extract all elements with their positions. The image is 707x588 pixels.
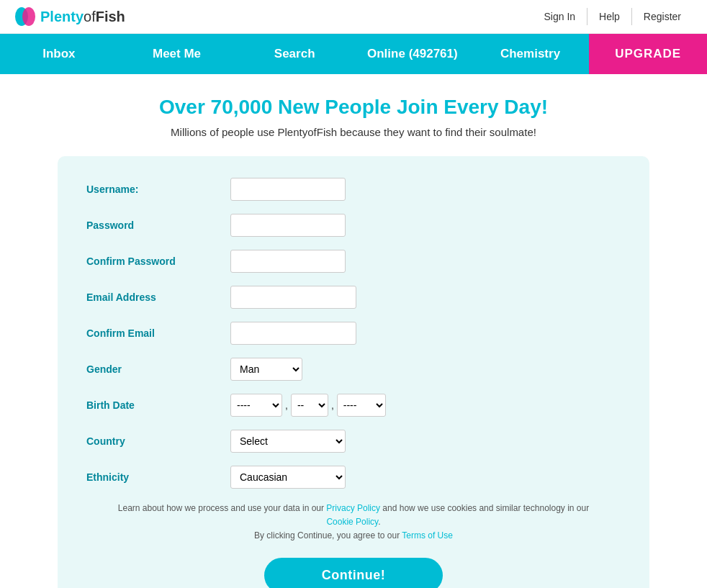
username-input[interactable]	[230, 178, 346, 201]
email-row: Email Address	[86, 286, 621, 309]
hero-subtext: Millions of people use PlentyofFish beca…	[14, 126, 693, 138]
privacy-policy-link[interactable]: Privacy Policy	[326, 503, 380, 513]
birth-date-row: Birth Date ---- JanFebMarApr MayJunJulAu…	[86, 394, 621, 417]
privacy-text-3: .	[378, 517, 380, 527]
email-input[interactable]	[230, 286, 356, 309]
gender-label: Gender	[86, 363, 230, 375]
register-link[interactable]: Register	[632, 8, 693, 25]
svg-point-1	[22, 7, 35, 26]
header: PlentyofFish Sign In Help Register	[0, 0, 707, 34]
privacy-text-2: and how we use cookies and similar techn…	[380, 503, 589, 513]
ethnicity-row: Ethnicity Caucasian Black/African Descen…	[86, 466, 621, 489]
month-day-sep: ,	[285, 399, 288, 411]
ethnicity-select[interactable]: Caucasian Black/African Descent East Ind…	[230, 466, 346, 489]
terms-text: By clicking Continue, you agree to our	[254, 530, 402, 540]
username-row: Username:	[86, 178, 621, 201]
hero-headline: Over 70,000 New People Join Every Day!	[14, 96, 693, 119]
privacy-text: Learn about how we process and use your …	[86, 502, 621, 543]
confirm-password-row: Confirm Password	[86, 250, 621, 273]
cookie-policy-link[interactable]: Cookie Policy	[326, 517, 378, 527]
sign-in-link[interactable]: Sign In	[532, 8, 587, 25]
logo-icon	[14, 6, 36, 27]
confirm-email-input[interactable]	[230, 322, 356, 345]
nav-meet-me[interactable]: Meet Me	[118, 34, 236, 74]
nav-upgrade[interactable]: UPGRADE	[589, 34, 707, 74]
country-select[interactable]: Select United States Canada United Kingd…	[230, 430, 346, 453]
day-year-sep: ,	[331, 399, 334, 411]
birth-date-group: ---- JanFebMarApr MayJunJulAug SepOctNov…	[230, 394, 386, 417]
country-row: Country Select United States Canada Unit…	[86, 430, 621, 453]
password-row: Password	[86, 214, 621, 237]
header-links: Sign In Help Register	[532, 8, 693, 25]
confirm-email-label: Confirm Email	[86, 327, 230, 339]
nav-online[interactable]: Online (492761)	[354, 34, 472, 74]
privacy-text-1: Learn about how we process and use your …	[118, 503, 327, 513]
confirm-password-input[interactable]	[230, 250, 346, 273]
main-nav: Inbox Meet Me Search Online (492761) Che…	[0, 34, 707, 74]
gender-select[interactable]: Man Woman	[230, 358, 302, 381]
gender-row: Gender Man Woman	[86, 358, 621, 381]
email-label: Email Address	[86, 291, 230, 303]
terms-link[interactable]: Terms of Use	[402, 530, 453, 540]
logo-of: of	[84, 9, 96, 24]
birth-month-select[interactable]: ---- JanFebMarApr MayJunJulAug SepOctNov…	[230, 394, 282, 417]
logo: PlentyofFish	[14, 6, 125, 27]
confirm-password-label: Confirm Password	[86, 255, 230, 267]
birth-year-select[interactable]: ----	[337, 394, 386, 417]
ethnicity-label: Ethnicity	[86, 471, 230, 483]
birth-day-select[interactable]: -- 12345 678910 1112131415 1617181920 21…	[291, 394, 328, 417]
logo-fish: Fish	[96, 9, 125, 24]
birth-date-label: Birth Date	[86, 399, 230, 411]
password-input[interactable]	[230, 214, 346, 237]
logo-text: PlentyofFish	[40, 9, 125, 25]
password-label: Password	[86, 220, 230, 231]
continue-button[interactable]: Continue!	[264, 558, 443, 588]
nav-inbox[interactable]: Inbox	[0, 34, 118, 74]
username-label: Username:	[86, 184, 230, 195]
hero-section: Over 70,000 New People Join Every Day! M…	[0, 74, 707, 149]
registration-card: Username: Password Confirm Password Emai…	[58, 156, 649, 588]
nav-search[interactable]: Search	[235, 34, 354, 74]
help-link[interactable]: Help	[587, 8, 632, 25]
confirm-email-row: Confirm Email	[86, 322, 621, 345]
nav-chemistry[interactable]: Chemistry	[472, 34, 590, 74]
logo-plenty: Plenty	[40, 9, 84, 24]
country-label: Country	[86, 435, 230, 447]
